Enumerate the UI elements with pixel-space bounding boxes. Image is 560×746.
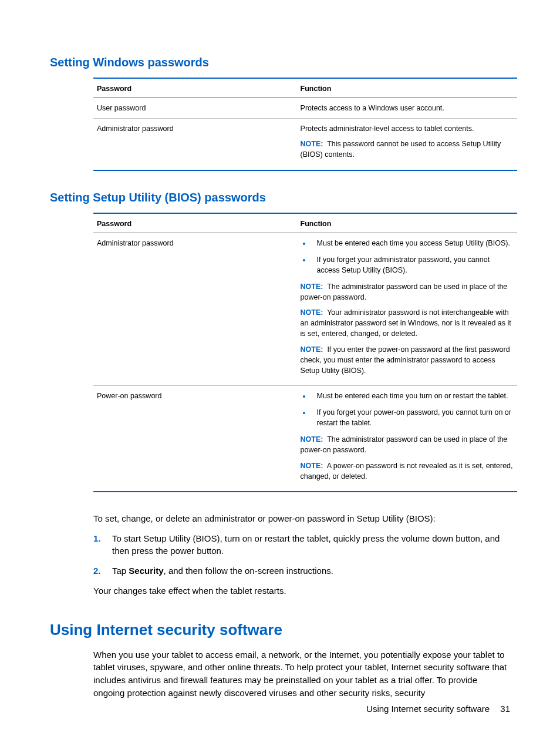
th-password: Password: [93, 78, 297, 98]
after-text: Your changes take effect when the tablet…: [93, 584, 510, 597]
step-text: Tap Security, and then follow the on-scr…: [112, 566, 333, 576]
step-item: 2. Tap Security, and then follow the on-…: [93, 564, 510, 577]
cell-function: Must be entered each time you turn on or…: [297, 385, 517, 491]
cell-password: Administrator password: [93, 233, 297, 385]
section3-p1: When you use your tablet to access email…: [93, 648, 510, 700]
note-label: NOTE:: [301, 462, 323, 470]
th-function: Function: [297, 213, 517, 233]
note: NOTE: If you enter the power-on password…: [301, 344, 514, 376]
table-windows-passwords: Password Function User password Protects…: [93, 78, 517, 171]
heading-windows-passwords: Setting Windows passwords: [50, 56, 510, 69]
cell-password: User password: [93, 98, 297, 119]
table-row: Administrator password Protects administ…: [93, 119, 517, 170]
step-text: To start Setup Utility (BIOS), turn on o…: [112, 533, 500, 556]
step-number: 2.: [93, 564, 101, 577]
note-label: NOTE:: [301, 140, 323, 148]
table-bios-passwords: Password Function Administrator password…: [93, 213, 517, 492]
table-row: Power-on password Must be entered each t…: [93, 385, 517, 491]
bullet-list: Must be entered each time you access Set…: [301, 238, 514, 275]
note: NOTE: The administrator password can be …: [301, 434, 514, 455]
cell-text: Protects administrator-level access to t…: [301, 123, 514, 134]
cell-function: Protects access to a Windows user accoun…: [297, 98, 517, 119]
cell-password: Administrator password: [93, 119, 297, 170]
note-label: NOTE:: [301, 345, 323, 354]
th-function: Function: [297, 78, 517, 98]
note: NOTE: This password cannot be used to ac…: [301, 139, 514, 160]
note-label: NOTE:: [301, 435, 323, 443]
bullet-item: If you forget your administrator passwor…: [301, 254, 514, 275]
step-number: 1.: [93, 532, 101, 545]
table-row: User password Protects access to a Windo…: [93, 98, 517, 119]
intro-text: To set, change, or delete an administrat…: [93, 512, 510, 525]
note-text: If you enter the power-on password at th…: [301, 345, 510, 375]
bullet-item: If you forget your power-on password, yo…: [301, 407, 514, 428]
bullet-item: Must be entered each time you turn on or…: [301, 391, 514, 401]
cell-function: Must be entered each time you access Set…: [297, 233, 517, 385]
cell-function: Protects administrator-level access to t…: [297, 119, 517, 170]
note-text: Your administrator password is not inter…: [301, 308, 511, 338]
step-item: 1. To start Setup Utility (BIOS), turn o…: [93, 532, 510, 558]
th-password: Password: [93, 213, 297, 233]
footer-text: Using Internet security software: [366, 704, 490, 714]
heading-internet-security: Using Internet security software: [50, 621, 510, 639]
footer: Using Internet security software 31: [366, 704, 510, 714]
bullet-item: Must be entered each time you access Set…: [301, 238, 514, 248]
page: Setting Windows passwords Password Funct…: [0, 0, 560, 746]
heading-bios-passwords: Setting Setup Utility (BIOS) passwords: [50, 191, 510, 204]
note-label: NOTE:: [301, 283, 323, 291]
cell-password: Power-on password: [93, 385, 297, 491]
note-text: A power-on password is not revealed as i…: [301, 462, 513, 480]
page-number: 31: [500, 704, 510, 714]
note-text: The administrator password can be used i…: [301, 283, 508, 301]
note-text: The administrator password can be used i…: [301, 435, 508, 454]
note: NOTE: A power-on password is not reveale…: [301, 461, 514, 482]
note-label: NOTE:: [301, 308, 323, 317]
note: NOTE: Your administrator password is not…: [301, 307, 514, 339]
note: NOTE: The administrator password can be …: [301, 281, 514, 303]
table-row: Administrator password Must be entered e…: [93, 233, 517, 385]
steps-list: 1. To start Setup Utility (BIOS), turn o…: [93, 532, 510, 577]
note-text: This password cannot be used to access S…: [301, 140, 501, 159]
bullet-list: Must be entered each time you turn on or…: [301, 391, 514, 428]
